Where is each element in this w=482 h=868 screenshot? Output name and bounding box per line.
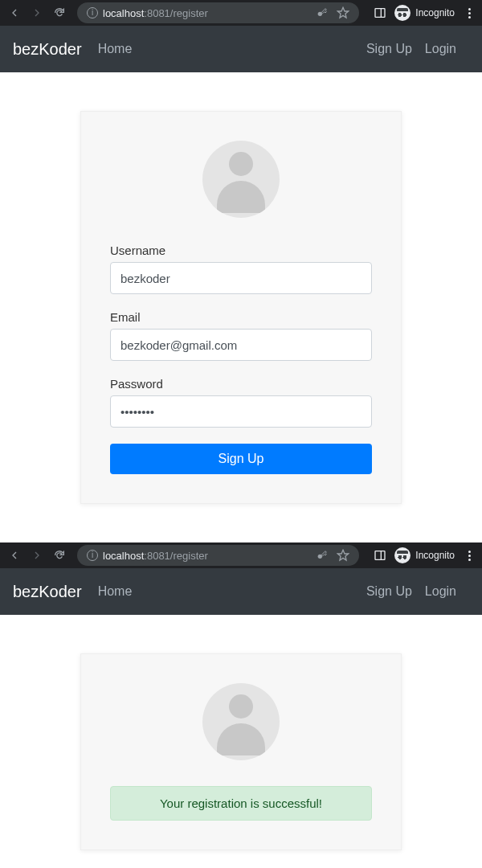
url-host: localhost bbox=[103, 7, 144, 19]
brand-logo[interactable]: bezKoder bbox=[13, 40, 82, 59]
browser-menu-button[interactable] bbox=[463, 551, 476, 561]
incognito-badge[interactable]: Incognito bbox=[394, 5, 455, 21]
address-bar[interactable]: i localhost:8081/register bbox=[77, 545, 359, 566]
browser-toolbar: i localhost:8081/register Incognito bbox=[0, 0, 482, 26]
incognito-icon bbox=[394, 5, 411, 21]
register-card: Username Email Password Sign Up bbox=[80, 111, 402, 504]
page-content-success: Your registration is successful! bbox=[0, 615, 482, 868]
nav-login[interactable]: Login bbox=[425, 584, 456, 599]
incognito-label: Incognito bbox=[415, 7, 455, 18]
url-text: localhost:8081/register bbox=[103, 550, 311, 562]
side-panel-icon[interactable] bbox=[374, 549, 386, 562]
password-label: Password bbox=[110, 377, 372, 391]
nav-login[interactable]: Login bbox=[425, 42, 456, 56]
signup-button[interactable]: Sign Up bbox=[110, 444, 372, 474]
bookmark-icon[interactable] bbox=[337, 549, 349, 562]
avatar-placeholder-icon bbox=[202, 141, 280, 218]
incognito-icon bbox=[394, 547, 411, 563]
username-label: Username bbox=[110, 244, 372, 257]
app-navbar-2: bezKoder Home Sign Up Login bbox=[0, 568, 482, 615]
back-button[interactable] bbox=[6, 5, 22, 21]
nav-signup[interactable]: Sign Up bbox=[366, 42, 412, 56]
avatar-placeholder-icon bbox=[202, 683, 280, 760]
address-bar[interactable]: i localhost:8081/register bbox=[77, 2, 359, 23]
url-text: localhost:8081/register bbox=[103, 7, 311, 19]
success-alert: Your registration is successful! bbox=[110, 786, 372, 821]
browser-toolbar-2: i localhost:8081/register Incognito bbox=[0, 542, 482, 568]
reload-button[interactable] bbox=[51, 5, 67, 21]
incognito-badge[interactable]: Incognito bbox=[394, 547, 455, 563]
url-port: :8081 bbox=[144, 7, 170, 19]
nav-home[interactable]: Home bbox=[98, 584, 133, 599]
nav-signup[interactable]: Sign Up bbox=[366, 584, 412, 599]
forward-button[interactable] bbox=[29, 5, 45, 21]
svg-rect-1 bbox=[375, 9, 385, 18]
browser-menu-button[interactable] bbox=[463, 8, 476, 18]
key-icon[interactable] bbox=[316, 6, 329, 19]
nav-home[interactable]: Home bbox=[98, 42, 133, 56]
password-input[interactable] bbox=[110, 395, 372, 428]
url-path: /register bbox=[170, 7, 208, 19]
app-navbar: bezKoder Home Sign Up Login bbox=[0, 26, 482, 72]
site-info-icon[interactable]: i bbox=[87, 7, 98, 18]
forward-button[interactable] bbox=[29, 547, 45, 563]
reload-button[interactable] bbox=[51, 547, 67, 563]
url-path: /register bbox=[170, 550, 208, 562]
site-info-icon[interactable]: i bbox=[87, 550, 98, 561]
url-host: localhost bbox=[103, 550, 144, 562]
brand-logo[interactable]: bezKoder bbox=[13, 583, 82, 601]
back-button[interactable] bbox=[6, 547, 22, 563]
incognito-label: Incognito bbox=[415, 550, 455, 561]
email-input[interactable] bbox=[110, 329, 372, 361]
register-card-success: Your registration is successful! bbox=[80, 653, 402, 850]
username-input[interactable] bbox=[110, 262, 372, 294]
side-panel-icon[interactable] bbox=[374, 6, 386, 19]
url-port: :8081 bbox=[144, 550, 170, 562]
bookmark-icon[interactable] bbox=[337, 6, 349, 19]
email-label: Email bbox=[110, 310, 372, 324]
key-icon[interactable] bbox=[316, 549, 329, 562]
svg-rect-4 bbox=[375, 551, 385, 560]
page-content-form: Username Email Password Sign Up bbox=[0, 72, 482, 542]
